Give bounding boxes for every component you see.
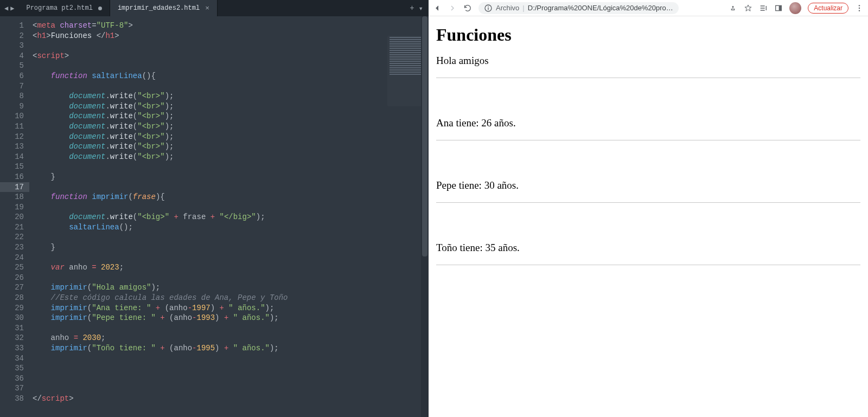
code-line[interactable] [33, 61, 429, 71]
close-tab-icon[interactable]: × [205, 4, 209, 12]
line-number: 30 [0, 313, 24, 323]
code-line[interactable] [33, 81, 429, 92]
line-number: 1 [0, 21, 24, 31]
bookmark-icon[interactable] [744, 4, 752, 12]
tab-nav-next-icon[interactable]: ▶ [9, 4, 15, 12]
share-icon[interactable] [729, 4, 737, 12]
line-number: 35 [0, 363, 24, 374]
line-number: 24 [0, 253, 24, 263]
output-rule [436, 265, 860, 265]
scrollbar-thumb[interactable] [422, 16, 427, 256]
code-line[interactable]: document.write("<br>"); [33, 152, 429, 162]
code-line[interactable]: imprimir("Ana tiene: " + (anho-1997) + "… [33, 303, 429, 313]
line-number: 10 [0, 111, 24, 121]
address-scheme-label: Archivo [496, 4, 519, 12]
editor-scrollbar[interactable] [421, 16, 429, 417]
tab-bar: ◀ ▶ Programa pt2.htmlimprimir_edades2.ht… [0, 0, 429, 16]
line-number: 13 [0, 142, 24, 152]
minimap[interactable] [387, 36, 425, 106]
line-number: 2 [0, 31, 24, 41]
line-number: 38 [0, 394, 24, 404]
code-line[interactable] [33, 232, 429, 242]
line-number: 12 [0, 132, 24, 142]
svg-rect-2 [488, 6, 488, 7]
reload-button[interactable] [463, 4, 472, 12]
tab-label: imprimir_edades2.html [118, 4, 200, 12]
line-number: 22 [0, 232, 24, 242]
address-bar[interactable]: Archivo | D:/Programa%20ONE/Lógica%20de%… [478, 2, 722, 14]
line-number: 25 [0, 262, 24, 273]
code-line[interactable]: document.write("<br>"); [33, 91, 429, 101]
code-line[interactable]: document.write("<br>"); [33, 121, 429, 132]
code-line[interactable]: <meta charset="UTF-8"> [33, 21, 429, 31]
code-line[interactable]: document.write("<br>"); [33, 101, 429, 112]
code-line[interactable] [33, 363, 429, 374]
output-line: Ana tiene: 26 años. [436, 117, 860, 129]
code-line[interactable] [33, 354, 429, 364]
svg-point-7 [859, 10, 860, 11]
line-number: 16 [0, 172, 24, 182]
line-number: 31 [0, 323, 24, 333]
line-number: 3 [0, 41, 24, 51]
code-line[interactable]: <h1>Funciones </h1> [33, 31, 429, 41]
code-line[interactable]: function saltarLinea(){ [33, 71, 429, 81]
address-separator: | [522, 4, 524, 12]
code-line[interactable]: document.write("<br>"); [33, 132, 429, 142]
line-number: 14 [0, 152, 24, 162]
code-line[interactable] [33, 162, 429, 172]
back-button[interactable] [433, 4, 442, 12]
code-line[interactable]: document.write("<big>" + frase + "</big>… [33, 212, 429, 222]
code-line[interactable]: saltarLinea(); [33, 222, 429, 233]
menu-icon[interactable] [855, 4, 864, 12]
line-number: 7 [0, 81, 24, 92]
profile-avatar[interactable] [789, 2, 801, 14]
code-line[interactable]: document.write("<br>"); [33, 142, 429, 152]
line-number: 37 [0, 383, 24, 394]
line-number: 20 [0, 212, 24, 222]
tab-overflow-button[interactable]: ▾ [419, 4, 423, 13]
reading-list-icon[interactable] [759, 4, 768, 12]
svg-rect-1 [488, 7, 488, 10]
tab-label: Programa pt2.html [26, 4, 92, 12]
code-line[interactable] [33, 202, 429, 213]
code-line[interactable]: function imprimir(frase){ [33, 192, 429, 202]
code-line[interactable] [33, 323, 429, 333]
code-line[interactable]: <script> [33, 51, 429, 61]
line-number: 27 [0, 283, 24, 293]
code-line[interactable] [33, 383, 429, 394]
svg-point-5 [859, 5, 860, 6]
site-info-icon[interactable] [484, 4, 493, 12]
tab-nav: ◀ ▶ [0, 0, 18, 16]
code-line[interactable] [33, 41, 429, 51]
code-line[interactable]: } [33, 242, 429, 253]
line-number: 9 [0, 101, 24, 112]
code-line[interactable] [33, 273, 429, 283]
code-line[interactable] [33, 182, 429, 193]
code-line[interactable]: imprimir("Toño tiene: " + (anho-1995) + … [33, 343, 429, 354]
code-content[interactable]: <meta charset="UTF-8"><h1>Funciones </h1… [29, 16, 429, 417]
code-line[interactable]: var anho = 2023; [33, 262, 429, 273]
editor-tab[interactable]: imprimir_edades2.html× [110, 0, 218, 16]
code-line[interactable]: } [33, 172, 429, 182]
new-tab-button[interactable]: + [410, 4, 414, 12]
code-line[interactable] [33, 253, 429, 263]
code-line[interactable]: imprimir("Pepe tiene: " + (anho-1993) + … [33, 313, 429, 323]
browser-pane: Archivo | D:/Programa%20ONE/Lógica%20de%… [429, 0, 868, 417]
line-number: 36 [0, 374, 24, 384]
code-line[interactable]: </script> [33, 394, 429, 404]
svg-point-6 [859, 7, 860, 8]
code-line[interactable]: //Este código calcula las edades de Ana,… [33, 293, 429, 303]
code-area[interactable]: 1234567891011121314151617181920212223242… [0, 16, 429, 417]
code-line[interactable] [33, 374, 429, 384]
code-line[interactable]: document.write("<br>"); [33, 111, 429, 121]
code-line[interactable]: imprimir("Hola amigos"); [33, 283, 429, 293]
forward-button[interactable] [448, 4, 457, 12]
tab-nav-prev-icon[interactable]: ◀ [3, 4, 9, 12]
line-number-gutter: 1234567891011121314151617181920212223242… [0, 16, 29, 417]
line-number: 15 [0, 162, 24, 172]
side-panel-icon[interactable] [774, 4, 783, 12]
update-button[interactable]: Actualizar [808, 3, 848, 14]
editor-tab[interactable]: Programa pt2.html [18, 0, 110, 16]
code-line[interactable]: anho = 2030; [33, 333, 429, 343]
output-line: Hola amigos [436, 55, 860, 67]
